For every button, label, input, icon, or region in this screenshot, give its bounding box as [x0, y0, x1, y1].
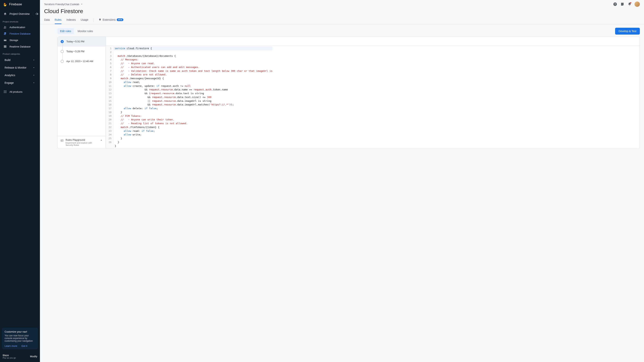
plan-name: Blaze — [3, 354, 16, 357]
help-icon: ? — [613, 2, 617, 6]
playground-title: Rules Playground — [66, 138, 94, 141]
notes-icon — [620, 2, 624, 6]
tabs: Data Rules Indexes Usage Extensions NEW — [40, 16, 644, 24]
sidebar-item-label: Storage — [10, 39, 18, 41]
history-item[interactable]: Today • 5:28 PM — [58, 46, 106, 56]
grid-icon — [4, 90, 7, 93]
category-label: Build — [4, 58, 10, 61]
categories-label: Product categories — [0, 50, 40, 56]
svg-rect-7 — [4, 90, 4, 91]
tab-indexes[interactable]: Indexes — [66, 16, 76, 24]
category-analytics[interactable]: Analytics — [1, 72, 39, 79]
code-content[interactable]: service cloud.firestore { match /databas… — [114, 46, 274, 149]
rules-panel: ★ Today • 5:31 PM Today • 5:28 PM Apr 12… — [58, 36, 640, 149]
brand-text: Firebase — [9, 2, 22, 6]
new-badge: NEW — [117, 18, 123, 21]
promo-got-it-link[interactable]: Got it — [21, 345, 27, 347]
svg-text:?: ? — [614, 3, 616, 6]
caret-down-icon — [80, 3, 83, 5]
project-name: Terraform FriendlyChat Codelab — [44, 3, 79, 6]
sidebar-item-authentication[interactable]: Authentication — [0, 24, 40, 30]
history-label: Today • 5:28 PM — [66, 50, 84, 53]
sidebar: Firebase Project Overview Project shortc… — [0, 0, 40, 362]
plan-row: Blaze Pay as you go Modify — [0, 351, 40, 362]
svg-rect-12 — [6, 91, 6, 92]
promo-body: You can now focus your console experienc… — [4, 334, 35, 342]
gear-icon — [35, 12, 38, 15]
category-label: Release & Monitor — [4, 66, 26, 69]
editor-header — [106, 37, 640, 46]
sidebar-item-storage[interactable]: Storage — [0, 37, 40, 43]
history-label: Apr 12, 2023 • 12:40 AM — [66, 60, 93, 63]
history-panel: ★ Today • 5:31 PM Today • 5:28 PM Apr 12… — [58, 37, 106, 149]
tab-data[interactable]: Data — [44, 16, 50, 24]
all-products-label: All products — [10, 90, 22, 93]
main: Terraform FriendlyChat Codelab ? Cloud F… — [40, 0, 644, 362]
docs-button[interactable] — [620, 2, 624, 6]
history-item[interactable]: ★ Today • 5:31 PM — [58, 37, 106, 46]
sidebar-item-rtdb[interactable]: Realtime Database — [0, 43, 40, 50]
svg-rect-14 — [5, 92, 6, 93]
chevron-down-icon — [32, 81, 35, 84]
svg-rect-13 — [4, 92, 4, 93]
firestore-icon — [4, 32, 7, 35]
svg-rect-4 — [4, 45, 6, 46]
history-item[interactable]: Apr 12, 2023 • 12:40 AM — [58, 56, 106, 66]
plan-sub: Pay as you go — [3, 357, 16, 359]
category-release[interactable]: Release & Monitor — [1, 64, 39, 71]
tab-usage[interactable]: Usage — [80, 16, 88, 24]
brand[interactable]: Firebase — [0, 0, 40, 9]
edit-rules-button[interactable]: Edit rules — [58, 28, 74, 34]
storage-icon — [4, 38, 7, 42]
project-overview-label: Project Overview — [10, 12, 30, 15]
playground-sub: Experiment and explore with Security Rul… — [66, 142, 94, 146]
settings-gear-button[interactable] — [33, 11, 38, 17]
sidebar-item-label: Authentication — [10, 26, 25, 29]
topbar: Terraform FriendlyChat Codelab ? — [40, 0, 644, 7]
svg-rect-9 — [6, 90, 6, 91]
monitor-rules-button[interactable]: Monitor rules — [75, 28, 96, 34]
svg-rect-5 — [4, 46, 6, 47]
tab-divider — [93, 18, 94, 22]
code-editor[interactable]: 1234567891011121314151617181920212223242… — [106, 37, 640, 149]
rules-toolbar: Edit rules Monitor rules Develop & Test — [44, 28, 640, 36]
category-engage[interactable]: Engage — [1, 79, 39, 86]
rules-playground-toggle[interactable]: Rules Playground Experiment and explore … — [58, 136, 106, 149]
notifications-button[interactable] — [627, 2, 632, 6]
history-label: Today • 5:31 PM — [66, 40, 84, 43]
svg-rect-15 — [6, 92, 6, 93]
chevron-down-icon — [32, 58, 35, 61]
tab-rules[interactable]: Rules — [55, 16, 62, 24]
help-button[interactable]: ? — [613, 2, 618, 6]
firebase-logo-icon — [3, 2, 7, 6]
svg-rect-11 — [5, 91, 6, 92]
svg-point-0 — [4, 26, 5, 27]
people-icon — [4, 25, 7, 29]
extensions-label: Extensions — [103, 18, 116, 21]
category-build[interactable]: Build — [1, 57, 39, 63]
category-label: Engage — [4, 81, 14, 84]
home-icon — [4, 12, 7, 15]
user-avatar[interactable] — [634, 1, 640, 7]
database-icon — [4, 45, 7, 48]
chevron-down-icon — [32, 74, 35, 77]
tab-extensions[interactable]: Extensions NEW — [98, 16, 123, 24]
sidebar-item-label: Firestore Database — [10, 32, 30, 35]
project-selector[interactable]: Terraform FriendlyChat Codelab — [44, 2, 83, 7]
chevron-up-icon — [100, 138, 103, 142]
promo-learn-more-link[interactable]: Learn more — [4, 345, 17, 347]
sidebar-item-label: Realtime Database — [10, 45, 30, 48]
notification-dot-icon — [630, 2, 631, 3]
plan-modify-link[interactable]: Modify — [30, 355, 37, 358]
promo-title: Customize your nav! — [4, 330, 35, 333]
shortcuts-label: Project shortcuts — [0, 17, 40, 24]
project-overview-button[interactable]: Project Overview — [2, 10, 32, 17]
page-title: Cloud Firestore — [40, 7, 644, 16]
sidebar-item-firestore[interactable]: Firestore Database — [0, 30, 40, 37]
svg-rect-3 — [4, 39, 6, 40]
develop-test-button[interactable]: Develop & Test — [615, 28, 640, 34]
svg-rect-10 — [4, 91, 4, 92]
line-gutter: 1234567891011121314151617181920212223242… — [106, 46, 114, 149]
svg-point-1 — [5, 26, 6, 27]
all-products-button[interactable]: All products — [0, 88, 40, 95]
